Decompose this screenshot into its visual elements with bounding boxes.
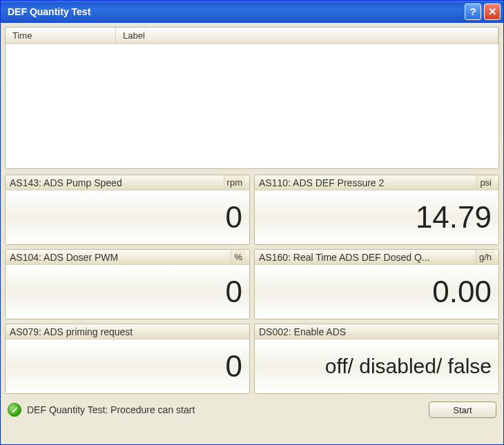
log-list-header: Time Label [6, 28, 498, 44]
gauge-header: AS160: Real Time ADS DEF Dosed Q... g/h [255, 250, 498, 265]
status-ok-icon: ✓ [8, 403, 21, 417]
gauge-label: AS110: ADS DEF Pressure 2 [259, 177, 472, 188]
gauge-header: DS002: Enable ADS [255, 324, 498, 339]
gauge-header: AS079: ADS priming request [6, 324, 249, 339]
gauge-unit: rpm [224, 175, 245, 190]
gauge-value: 0.00 [255, 265, 498, 319]
gauge-enable-ads: DS002: Enable ADS off/ disabled/ false [254, 324, 499, 394]
help-button[interactable]: ? [465, 3, 481, 20]
gauge-value: 14.79 [255, 190, 498, 244]
start-button[interactable]: Start [429, 402, 496, 418]
gauge-header: AS110: ADS DEF Pressure 2 psi [255, 175, 498, 190]
gauge-label: AS143: ADS Pump Speed [10, 177, 220, 188]
gauge-value: 0 [6, 265, 249, 319]
gauge-label: AS160: Real Time ADS DEF Dosed Q... [259, 252, 472, 263]
gauge-value: 0 [6, 339, 249, 393]
gauge-value: off/ disabled/ false [255, 339, 498, 393]
gauge-header: AS104: ADS Doser PWM % [6, 250, 249, 265]
gauge-unit: g/h [476, 250, 494, 264]
log-list-body[interactable] [6, 44, 498, 168]
gauge-pump-speed: AS143: ADS Pump Speed rpm 0 [5, 175, 250, 245]
close-button[interactable]: ✕ [484, 3, 501, 20]
gauge-priming-request: AS079: ADS priming request 0 [5, 324, 250, 394]
gauge-header: AS143: ADS Pump Speed rpm [6, 175, 249, 190]
log-list[interactable]: Time Label [5, 27, 499, 169]
gauge-def-pressure: AS110: ADS DEF Pressure 2 psi 14.79 [254, 175, 499, 245]
dialog-window: DEF Quantity Test ? ✕ Time Label AS143: … [0, 0, 504, 445]
gauge-label: AS104: ADS Doser PWM [10, 252, 226, 263]
gauge-label: AS079: ADS priming request [10, 326, 245, 337]
status-text: DEF Quantity Test: Procedure can start [27, 404, 429, 415]
window-title: DEF Quantity Test [8, 6, 462, 17]
gauge-dosed-quantity: AS160: Real Time ADS DEF Dosed Q... g/h … [254, 249, 499, 319]
titlebar[interactable]: DEF Quantity Test ? ✕ [1, 1, 503, 23]
gauge-value: 0 [6, 190, 249, 244]
gauges-grid: AS143: ADS Pump Speed rpm 0 AS110: ADS D… [5, 175, 499, 394]
help-icon: ? [469, 6, 476, 17]
col-time[interactable]: Time [6, 28, 116, 43]
gauge-unit: psi [476, 175, 494, 190]
start-button-label: Start [453, 405, 472, 415]
gauge-label: DS002: Enable ADS [259, 326, 494, 337]
status-bar: ✓ DEF Quantity Test: Procedure can start… [5, 398, 499, 422]
close-icon: ✕ [488, 6, 497, 18]
gauge-unit: % [231, 250, 245, 264]
col-label[interactable]: Label [116, 28, 498, 43]
client-area: Time Label AS143: ADS Pump Speed rpm 0 A… [1, 23, 503, 444]
gauge-doser-pwm: AS104: ADS Doser PWM % 0 [5, 249, 250, 319]
